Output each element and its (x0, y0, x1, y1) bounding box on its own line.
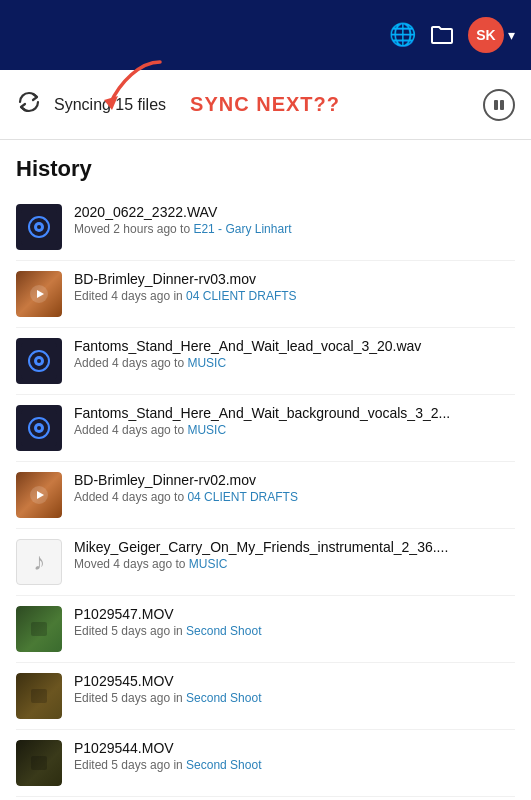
item-name: Mikey_Geiger_Carry_On_My_Friends_instrum… (74, 539, 515, 555)
item-location-link[interactable]: MUSIC (187, 356, 226, 370)
item-location-link[interactable]: E21 - Gary Linhart (193, 222, 291, 236)
sync-label: Syncing 15 files (54, 96, 166, 114)
folder-icon[interactable] (430, 24, 454, 46)
list-item: Fantoms_Stand_Here_And_Wait_background_v… (16, 395, 515, 462)
svg-point-6 (37, 225, 41, 229)
item-meta: Edited 4 days ago in 04 CLIENT DRAFTS (74, 289, 515, 303)
item-location-link[interactable]: 04 CLIENT DRAFTS (187, 490, 297, 504)
avatar[interactable]: SK (468, 17, 504, 53)
item-name: BD-Brimley_Dinner-rv02.mov (74, 472, 515, 488)
item-info: Mikey_Geiger_Carry_On_My_Friends_instrum… (74, 539, 515, 571)
list-item: ♪ Mikey_Geiger_Carry_On_My_Friends_instr… (16, 529, 515, 596)
svg-rect-19 (31, 622, 47, 636)
list-item: Fantoms_Stand_Here_And_Wait_lead_vocal_3… (16, 328, 515, 395)
item-location-link[interactable]: Second Shoot (186, 691, 261, 705)
svg-rect-20 (31, 689, 47, 703)
item-meta: Added 4 days ago to 04 CLIENT DRAFTS (74, 490, 515, 504)
item-meta: Edited 5 days ago in Second Shoot (74, 758, 515, 772)
item-info: Fantoms_Stand_Here_And_Wait_background_v… (74, 405, 515, 437)
list-item: P1029547.MOV Edited 5 days ago in Second… (16, 596, 515, 663)
list-item: P1029545.MOV Edited 5 days ago in Second… (16, 663, 515, 730)
list-item: BD-Brimley_Dinner-rv03.mov Edited 4 days… (16, 261, 515, 328)
top-nav: 🌐 SK ▾ (0, 0, 531, 70)
item-location-link[interactable]: MUSIC (187, 423, 226, 437)
item-thumbnail (16, 740, 62, 786)
history-list: 2020_0622_2322.WAV Moved 2 hours ago to … (16, 194, 515, 797)
item-thumbnail (16, 472, 62, 518)
history-title: History (16, 156, 515, 182)
item-location-link[interactable]: Second Shoot (186, 624, 261, 638)
item-meta: Moved 4 days ago to MUSIC (74, 557, 515, 571)
item-thumbnail (16, 606, 62, 652)
item-name: P1029544.MOV (74, 740, 515, 756)
item-name: 2020_0622_2322.WAV (74, 204, 515, 220)
item-meta: Edited 5 days ago in Second Shoot (74, 691, 515, 705)
item-name: P1029547.MOV (74, 606, 515, 622)
item-location-link[interactable]: MUSIC (189, 557, 228, 571)
history-section: History 2020_0622_2322.WAV Moved 2 hours… (0, 140, 531, 800)
item-info: 2020_0622_2322.WAV Moved 2 hours ago to … (74, 204, 515, 236)
music-note-icon: ♪ (33, 548, 45, 576)
item-thumbnail (16, 405, 62, 451)
svg-rect-1 (500, 100, 504, 110)
history-items: 2020_0622_2322.WAV Moved 2 hours ago to … (16, 194, 515, 797)
item-name: Fantoms_Stand_Here_And_Wait_lead_vocal_3… (74, 338, 515, 354)
item-meta: Added 4 days ago to MUSIC (74, 356, 515, 370)
item-meta: Added 4 days ago to MUSIC (74, 423, 515, 437)
item-info: P1029547.MOV Edited 5 days ago in Second… (74, 606, 515, 638)
list-item: BD-Brimley_Dinner-rv02.mov Added 4 days … (16, 462, 515, 529)
svg-point-12 (37, 359, 41, 363)
item-name: BD-Brimley_Dinner-rv03.mov (74, 271, 515, 287)
svg-point-16 (37, 426, 41, 430)
sync-next-label[interactable]: SYNC NEXT?? (190, 93, 340, 116)
item-thumbnail (16, 271, 62, 317)
item-thumbnail (16, 204, 62, 250)
item-info: P1029545.MOV Edited 5 days ago in Second… (74, 673, 515, 705)
item-thumbnail (16, 338, 62, 384)
svg-rect-0 (494, 100, 498, 110)
pause-button[interactable] (483, 89, 515, 121)
list-item: 2020_0622_2322.WAV Moved 2 hours ago to … (16, 194, 515, 261)
item-location-link[interactable]: 04 CLIENT DRAFTS (186, 289, 296, 303)
chevron-down-icon: ▾ (508, 27, 515, 43)
item-location-link[interactable]: Second Shoot (186, 758, 261, 772)
list-item: P1029544.MOV Edited 5 days ago in Second… (16, 730, 515, 797)
globe-icon[interactable]: 🌐 (389, 22, 416, 48)
item-info: P1029544.MOV Edited 5 days ago in Second… (74, 740, 515, 772)
item-thumbnail (16, 673, 62, 719)
svg-rect-21 (31, 756, 47, 770)
item-info: BD-Brimley_Dinner-rv03.mov Edited 4 days… (74, 271, 515, 303)
item-info: BD-Brimley_Dinner-rv02.mov Added 4 days … (74, 472, 515, 504)
item-meta: Edited 5 days ago in Second Shoot (74, 624, 515, 638)
item-thumbnail: ♪ (16, 539, 62, 585)
sync-icon (16, 89, 42, 121)
item-name: P1029545.MOV (74, 673, 515, 689)
sync-bar: Syncing 15 files SYNC NEXT?? (0, 70, 531, 140)
item-name: Fantoms_Stand_Here_And_Wait_background_v… (74, 405, 515, 421)
user-avatar-section[interactable]: SK ▾ (468, 17, 515, 53)
item-meta: Moved 2 hours ago to E21 - Gary Linhart (74, 222, 515, 236)
item-info: Fantoms_Stand_Here_And_Wait_lead_vocal_3… (74, 338, 515, 370)
